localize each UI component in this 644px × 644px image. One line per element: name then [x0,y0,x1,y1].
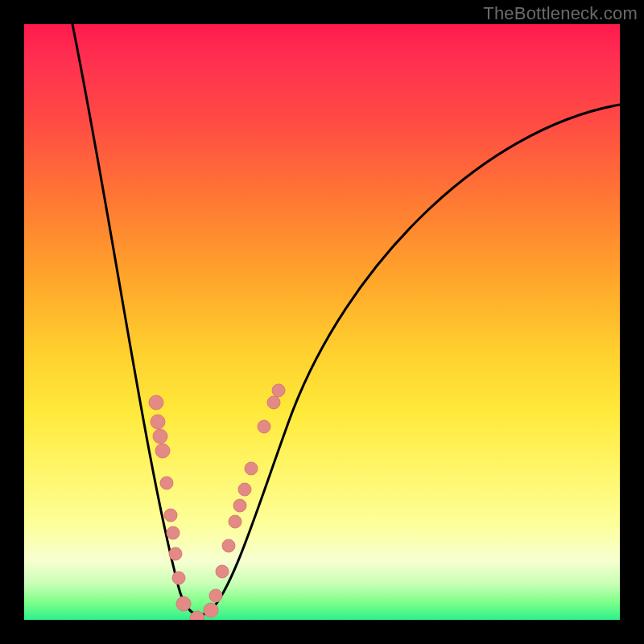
scatter-dot [153,429,167,444]
scatter-dot [169,547,182,560]
scatter-dot [222,539,235,552]
scatter-dot [151,415,165,429]
scatter-dot [164,509,177,522]
scatter-dot [272,384,285,397]
scatter-dot [245,462,258,475]
scatter-group [149,384,285,620]
chart-svg [24,24,620,620]
chart-frame: TheBottleneck.com [0,0,644,644]
scatter-dot [149,395,163,410]
scatter-dot [204,603,218,617]
scatter-dot [233,499,246,512]
scatter-dot [167,526,180,539]
scatter-dot [209,589,222,602]
scatter-dot [258,420,270,433]
scatter-dot [172,572,185,584]
plot-area [24,24,620,620]
scatter-dot [216,565,229,578]
scatter-dot [176,597,191,611]
watermark-text: TheBottleneck.com [483,3,638,24]
scatter-dot [267,396,280,409]
scatter-dot [155,444,170,458]
scatter-dot [229,515,242,528]
scatter-dot [238,483,251,496]
scatter-dot [160,477,173,489]
bottleneck-curve [72,24,620,615]
